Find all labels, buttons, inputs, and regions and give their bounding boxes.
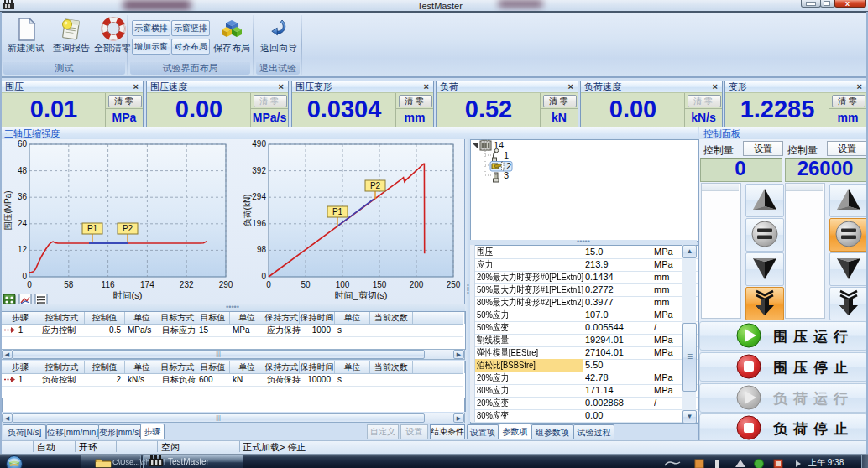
svg-text:200: 200 (410, 280, 424, 289)
svg-text:490: 490 (252, 139, 266, 148)
svg-text:3: 3 (504, 170, 509, 180)
svg-text:250: 250 (447, 280, 461, 289)
svg-text:174: 174 (140, 280, 154, 289)
svg-text:392: 392 (252, 166, 266, 175)
svg-text:P2: P2 (123, 224, 133, 233)
svg-text:2: 2 (506, 161, 511, 171)
svg-text:时间(s): 时间(s) (113, 290, 143, 300)
svg-text:时间_剪切(s): 时间_剪切(s) (335, 290, 388, 300)
svg-text:60: 60 (18, 139, 28, 148)
svg-text:196: 196 (252, 219, 266, 228)
svg-text:294: 294 (252, 192, 266, 201)
svg-text:150: 150 (373, 280, 387, 289)
svg-text:围压(MPa): 围压(MPa) (3, 190, 13, 230)
svg-text:P1: P1 (332, 207, 343, 216)
svg-text:36: 36 (18, 192, 28, 201)
svg-text:48: 48 (18, 166, 28, 175)
svg-text:0: 0 (27, 280, 32, 289)
svg-text:290: 290 (219, 280, 233, 289)
svg-text:P2: P2 (370, 181, 381, 190)
svg-text:1: 1 (504, 150, 509, 160)
svg-text:14: 14 (494, 140, 504, 150)
svg-text:232: 232 (180, 280, 194, 289)
svg-text:负荷(kN): 负荷(kN) (243, 195, 252, 227)
svg-text:98: 98 (257, 245, 267, 254)
svg-text:100: 100 (336, 280, 350, 289)
svg-text:0: 0 (266, 280, 271, 289)
svg-text:116: 116 (102, 280, 115, 289)
svg-text:P1: P1 (87, 224, 98, 233)
svg-text:50: 50 (301, 280, 311, 289)
svg-text:24: 24 (18, 219, 28, 228)
svg-text:12: 12 (18, 245, 28, 254)
svg-text:58: 58 (64, 280, 74, 289)
